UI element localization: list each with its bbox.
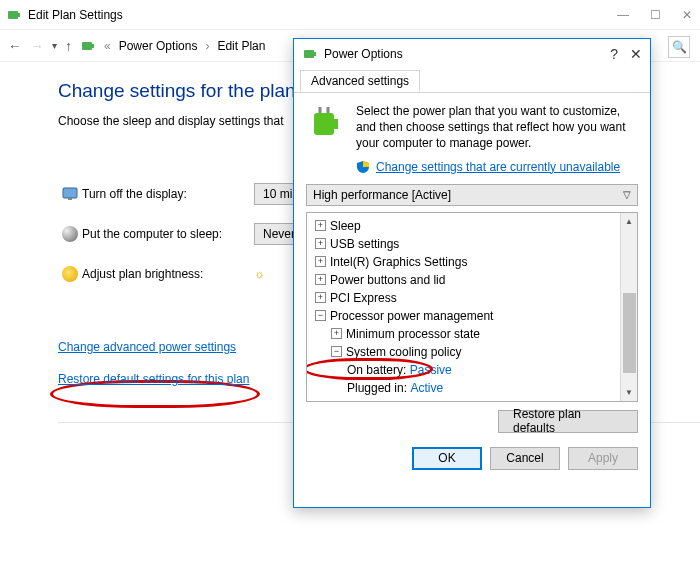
window-title: Edit Plan Settings: [28, 8, 616, 22]
search-button[interactable]: 🔍: [668, 36, 690, 58]
expand-icon[interactable]: +: [331, 328, 342, 339]
recent-dropdown[interactable]: ▾: [52, 40, 57, 51]
breadcrumb-edit-plan[interactable]: Edit Plan: [217, 39, 265, 53]
tab-advanced-settings[interactable]: Advanced settings: [300, 70, 420, 92]
svg-rect-2: [82, 42, 92, 50]
help-button[interactable]: ?: [610, 46, 618, 62]
forward-button[interactable]: →: [30, 38, 44, 54]
shield-icon: [356, 160, 370, 174]
power-icon: [306, 103, 346, 143]
minimize-button[interactable]: —: [616, 8, 630, 22]
brightness-icon: [58, 266, 82, 282]
tree-min-processor[interactable]: +Minimum processor state: [309, 325, 618, 343]
display-label: Turn off the display:: [82, 187, 254, 201]
tree-intel-graphics[interactable]: +Intel(R) Graphics Settings: [309, 253, 618, 271]
tab-strip: Advanced settings: [294, 69, 650, 93]
up-button[interactable]: ↑: [65, 38, 72, 54]
sleep-icon: [58, 226, 82, 242]
tree-processor-pm[interactable]: −Processor power management: [309, 307, 618, 325]
close-button[interactable]: ✕: [680, 8, 694, 22]
breadcrumb-sep: «: [104, 39, 111, 53]
breadcrumb-chevron: ›: [205, 39, 209, 53]
tree-on-battery[interactable]: On battery: Passive: [309, 361, 618, 379]
chevron-down-icon: ▽: [623, 189, 631, 200]
dialog-close-button[interactable]: ✕: [630, 46, 642, 62]
apply-button[interactable]: Apply: [568, 447, 638, 470]
expand-icon[interactable]: +: [315, 274, 326, 285]
parent-titlebar: Edit Plan Settings — ☐ ✕: [0, 0, 700, 30]
breadcrumb-power-options[interactable]: Power Options: [119, 39, 198, 53]
tree-pci-express[interactable]: +PCI Express: [309, 289, 618, 307]
cancel-button[interactable]: Cancel: [490, 447, 560, 470]
restore-plan-defaults-button[interactable]: Restore plan defaults: [498, 410, 638, 433]
change-unavailable-link[interactable]: Change settings that are currently unava…: [376, 160, 620, 174]
tree-plugged-in[interactable]: Plugged in: Active: [309, 379, 618, 397]
expand-icon[interactable]: +: [315, 238, 326, 249]
sun-small-icon: ☼: [254, 267, 265, 281]
tree-usb[interactable]: +USB settings: [309, 235, 618, 253]
svg-rect-8: [314, 113, 334, 135]
plan-combobox-value: High performance [Active]: [313, 188, 451, 202]
breadcrumb-icon: [80, 38, 96, 54]
expand-icon[interactable]: +: [315, 220, 326, 231]
change-advanced-link[interactable]: Change advanced power settings: [58, 340, 298, 354]
svg-rect-9: [334, 119, 338, 129]
maximize-button[interactable]: ☐: [648, 8, 662, 22]
ok-button[interactable]: OK: [412, 447, 482, 470]
tree-power-buttons[interactable]: +Power buttons and lid: [309, 271, 618, 289]
back-button[interactable]: ←: [8, 38, 22, 54]
svg-rect-6: [304, 50, 314, 58]
plan-combobox[interactable]: High performance [Active] ▽: [306, 184, 638, 206]
dialog-titlebar: Power Options ? ✕: [294, 39, 650, 69]
power-options-dialog: Power Options ? ✕ Advanced settings Sele…: [293, 38, 651, 508]
expand-icon[interactable]: +: [315, 292, 326, 303]
plugged-in-value[interactable]: Active: [410, 379, 443, 397]
svg-rect-5: [68, 198, 72, 200]
on-battery-value[interactable]: Passive: [410, 361, 452, 379]
svg-rect-0: [8, 11, 18, 19]
tree-scrollbar[interactable]: ▲ ▼: [620, 213, 637, 401]
scroll-down-icon[interactable]: ▼: [621, 384, 637, 401]
dialog-title: Power Options: [324, 47, 610, 61]
svg-rect-3: [92, 44, 94, 48]
display-icon: [58, 186, 82, 202]
collapse-icon[interactable]: −: [315, 310, 326, 321]
svg-rect-4: [63, 188, 77, 198]
dialog-icon: [302, 46, 318, 62]
dialog-intro: Select the power plan that you want to c…: [356, 103, 638, 152]
brightness-label: Adjust plan brightness:: [82, 267, 254, 281]
tree-cooling-policy[interactable]: −System cooling policy: [309, 343, 618, 361]
settings-tree: +Sleep +USB settings +Intel(R) Graphics …: [306, 212, 638, 402]
collapse-icon[interactable]: −: [331, 346, 342, 357]
svg-rect-1: [18, 13, 20, 17]
scroll-thumb[interactable]: [623, 293, 636, 373]
expand-icon[interactable]: +: [315, 256, 326, 267]
sleep-label: Put the computer to sleep:: [82, 227, 254, 241]
scroll-up-icon[interactable]: ▲: [621, 213, 637, 230]
tree-sleep[interactable]: +Sleep: [309, 217, 618, 235]
battery-icon: [6, 7, 22, 23]
svg-rect-7: [314, 52, 316, 56]
